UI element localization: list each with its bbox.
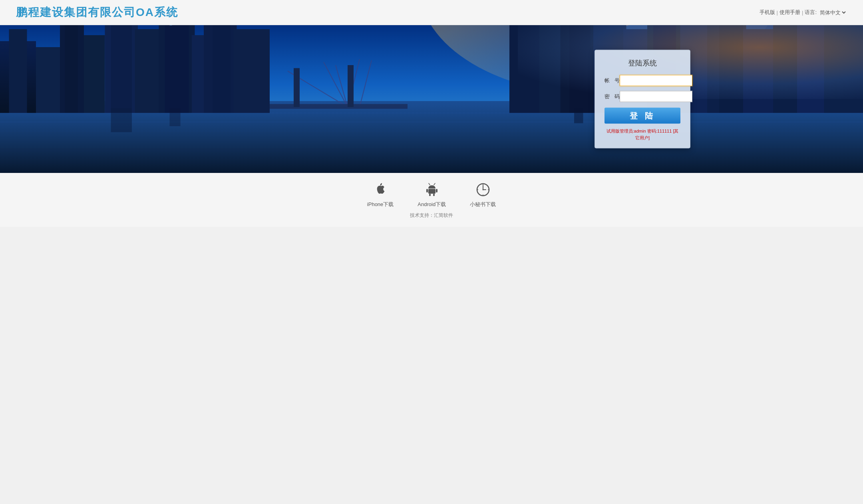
login-title: 登陆系统 (604, 58, 680, 68)
login-box: 登陆系统 帐 号 密 码 登 陆 试用版管理员:admin 密码:111111 … (595, 50, 690, 149)
svg-line-79 (434, 183, 435, 185)
manual-link[interactable]: 使用手册 (779, 9, 800, 16)
divider2: | (802, 10, 803, 16)
password-label: 密 码 (604, 93, 620, 100)
svg-rect-11 (348, 65, 354, 107)
secretary-download[interactable]: 小秘书下载 (470, 181, 496, 208)
svg-rect-19 (111, 25, 132, 113)
svg-line-78 (429, 183, 430, 185)
account-row: 帐 号 (604, 75, 680, 86)
secretary-label: 小秘书下载 (470, 201, 496, 208)
svg-rect-25 (213, 25, 231, 113)
svg-rect-69 (574, 108, 583, 123)
svg-rect-22 (165, 25, 189, 113)
svg-rect-68 (170, 108, 181, 126)
login-wrapper: 登陆系统 帐 号 密 码 登 陆 试用版管理员:admin 密码:111111 … (595, 50, 690, 149)
clock-icon (474, 181, 492, 198)
hero-banner: 登陆系统 帐 号 密 码 登 陆 试用版管理员:admin 密码:111111 … (0, 25, 863, 173)
iphone-download[interactable]: iPhone下载 (367, 181, 394, 208)
account-input[interactable] (620, 75, 692, 86)
svg-rect-75 (433, 194, 435, 196)
account-label: 帐 号 (604, 77, 620, 84)
apple-icon (372, 181, 389, 198)
language-label: 语言: (805, 9, 817, 16)
svg-rect-16 (65, 25, 78, 113)
svg-rect-76 (426, 189, 428, 192)
header-links: 手机版 | 使用手册 | 语言: 简体中文 English (760, 9, 847, 16)
android-label: Android下载 (418, 201, 446, 208)
demo-hint: 试用版管理员:admin 密码:111111 [其它用户] (604, 128, 680, 141)
svg-rect-77 (436, 189, 437, 192)
svg-rect-10 (294, 68, 300, 107)
download-section: iPhone下载 (0, 181, 863, 208)
svg-rect-17 (84, 35, 105, 113)
android-icon (423, 181, 441, 198)
footer: iPhone下载 (0, 173, 863, 227)
svg-rect-20 (135, 29, 162, 113)
svg-rect-13 (9, 29, 27, 113)
svg-point-83 (482, 189, 483, 190)
mobile-link[interactable]: 手机版 (760, 9, 775, 16)
svg-rect-52 (170, 25, 172, 26)
divider1: | (777, 10, 778, 16)
svg-rect-26 (234, 29, 270, 113)
password-input[interactable] (620, 91, 692, 102)
login-button[interactable]: 登 陆 (604, 108, 680, 124)
page-title: 鹏程建设集团有限公司OA系统 (16, 5, 178, 20)
tech-support: 技术支持：汇简软件 (0, 212, 863, 223)
sky-overlay (518, 25, 863, 99)
iphone-label: iPhone下载 (367, 201, 394, 208)
android-download[interactable]: Android下载 (418, 181, 446, 208)
svg-rect-74 (429, 194, 431, 196)
svg-rect-67 (111, 108, 132, 132)
top-bar: 鹏程建设集团有限公司OA系统 手机版 | 使用手册 | 语言: 简体中文 Eng… (0, 0, 863, 25)
password-row: 密 码 (604, 91, 680, 102)
svg-rect-73 (428, 189, 435, 194)
language-select[interactable]: 简体中文 English (818, 9, 847, 16)
